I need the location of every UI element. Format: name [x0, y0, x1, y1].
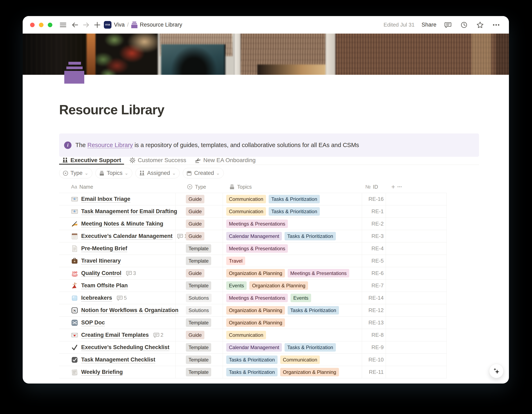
table-row[interactable]: Executive’s Scheduling ChecklistTemplate…	[59, 341, 447, 354]
share-button[interactable]: Share	[422, 22, 437, 28]
id-cell[interactable]: RE-3	[362, 230, 386, 242]
name-cell[interactable]: Meeting Notes & Minute Taking	[59, 218, 176, 230]
topic-tag[interactable]: Communication	[280, 356, 320, 364]
topic-tag[interactable]: Events	[291, 294, 311, 302]
workspace-logo[interactable]: VIVA	[104, 21, 112, 29]
topic-tag[interactable]: Communication	[226, 331, 266, 339]
topic-tag[interactable]: Calendar Management	[226, 232, 282, 240]
topic-tag[interactable]: Organization & Planning	[280, 368, 339, 376]
type-tag[interactable]: Template	[186, 319, 211, 327]
table-row[interactable]: Executive’s Calendar Management1GuideCal…	[59, 230, 447, 242]
topic-tag[interactable]: Meetings & Presentations	[226, 244, 288, 253]
column-header-name[interactable]: AaName	[59, 181, 176, 193]
page-link[interactable]: Quality Control	[81, 270, 121, 276]
type-tag[interactable]: Guide	[186, 220, 204, 228]
table-row[interactable]: Icebreakers5SolutionsMeetings & Presenta…	[59, 292, 447, 304]
id-cell[interactable]: RE-11	[362, 366, 386, 378]
topic-tag[interactable]: Tasks & Prioritization	[226, 368, 277, 376]
ai-sparkles-button[interactable]	[489, 364, 504, 378]
topic-tag[interactable]: Communication	[226, 195, 266, 203]
topics-cell[interactable]: Communication	[223, 329, 362, 341]
topics-cell[interactable]: Organization & Planning	[223, 317, 362, 329]
type-tag[interactable]: Template	[186, 368, 211, 376]
new-tab-plus-icon[interactable]	[93, 20, 102, 29]
back-icon[interactable]	[70, 20, 80, 29]
topic-tag[interactable]: Tasks & Prioritization	[226, 356, 277, 364]
id-cell[interactable]: RE-13	[362, 317, 386, 329]
topics-cell[interactable]: Meetings & Presentations	[223, 218, 362, 230]
name-cell[interactable]: Team Offsite Plan	[59, 280, 176, 292]
page-link[interactable]: Creating Email Templates	[81, 332, 149, 338]
topic-tag[interactable]: Events	[226, 281, 247, 290]
tab-customer-success[interactable]: Customer Success	[126, 157, 189, 165]
table-row[interactable]: NNotion for Workflows & OrganizationSolu…	[59, 304, 447, 317]
type-tag[interactable]: Guide	[186, 195, 204, 203]
id-cell[interactable]: RE-5	[362, 255, 386, 267]
page-link[interactable]: Task Management for Email Drafting	[81, 208, 177, 215]
filter-created[interactable]: Created⌄	[183, 168, 224, 178]
name-cell[interactable]: Weekly Briefing	[59, 366, 176, 378]
comment-count-badge[interactable]: 2	[153, 332, 163, 338]
tab-new-ea-onboarding[interactable]: New EA Onboarding	[192, 157, 259, 165]
topics-cell[interactable]: Tasks & PrioritizationCommunication	[223, 354, 362, 366]
id-cell[interactable]: RE-16	[362, 193, 386, 205]
topic-tag[interactable]: Tasks & Prioritization	[288, 306, 339, 314]
topics-cell[interactable]: Meetings & Presentations	[223, 242, 362, 254]
type-cell[interactable]: Guide	[176, 205, 223, 217]
topics-cell[interactable]: Organization & PlanningTasks & Prioritiz…	[223, 304, 362, 316]
table-row[interactable]: Meeting Notes & Minute TakingGuideMeetin…	[59, 218, 447, 230]
add-column-button[interactable]: +	[391, 183, 395, 191]
name-cell[interactable]: Icebreakers5	[59, 292, 176, 304]
name-cell[interactable]: Creating Email Templates2	[59, 329, 176, 341]
table-row[interactable]: Weekly BriefingTemplateTasks & Prioritiz…	[59, 366, 447, 378]
type-tag[interactable]: Template	[186, 343, 211, 352]
type-tag[interactable]: Template	[186, 244, 211, 253]
page-link[interactable]: Executive’s Scheduling Checklist	[81, 344, 169, 351]
tab-executive-support[interactable]: Executive Support	[59, 157, 124, 165]
id-cell[interactable]: RE-9	[362, 341, 386, 353]
topic-tag[interactable]: Organization & Planning	[226, 306, 285, 314]
topic-tag[interactable]: Meetings & Presentations	[226, 220, 288, 228]
column-header-topics[interactable]: Topics	[223, 181, 362, 193]
history-clock-icon[interactable]	[459, 20, 468, 29]
id-cell[interactable]: RE-12	[362, 304, 386, 316]
type-tag[interactable]: Template	[186, 281, 211, 290]
type-cell[interactable]: Solutions	[176, 304, 223, 316]
name-cell[interactable]: Executive’s Calendar Management1	[59, 230, 176, 242]
topic-tag[interactable]: Calendar Management	[226, 343, 282, 352]
topic-tag[interactable]: Organization & Planning	[249, 281, 308, 290]
table-row[interactable]: SOP DocTemplateOrganization & PlanningRE…	[59, 317, 447, 329]
topics-cell[interactable]: Tasks & PrioritizationOrganization & Pla…	[223, 366, 362, 378]
type-cell[interactable]: Template	[176, 366, 223, 378]
type-cell[interactable]: Template	[176, 341, 223, 353]
table-more-button[interactable]: •••	[398, 185, 402, 189]
forward-icon[interactable]	[82, 20, 91, 29]
comment-count-badge[interactable]: 3	[126, 270, 136, 276]
comment-count-badge[interactable]: 5	[117, 295, 127, 301]
topics-cell[interactable]: CommunicationTasks & Prioritization	[223, 205, 362, 217]
id-cell[interactable]: RE-8	[362, 329, 386, 341]
table-row[interactable]: Creating Email Templates2GuideCommunicat…	[59, 329, 447, 341]
topic-tag[interactable]: Organization & Planning	[226, 319, 285, 327]
page-archive-box-icon[interactable]	[64, 62, 85, 84]
close-traffic-light[interactable]	[30, 23, 35, 27]
page-link[interactable]: Pre-Meeting Brief	[81, 245, 127, 252]
name-cell[interactable]: Travel Itinerary	[59, 255, 176, 267]
table-row[interactable]: Task Management ChecklistTemplateTasks &…	[59, 354, 447, 366]
type-tag[interactable]: Guide	[186, 269, 204, 277]
table-row[interactable]: EEmail Inbox TriageGuideCommunicationTas…	[59, 193, 447, 205]
type-cell[interactable]: Guide	[176, 193, 223, 205]
page-link[interactable]: Travel Itinerary	[81, 258, 121, 264]
cover-image[interactable]	[23, 34, 509, 75]
name-cell[interactable]: Pre-Meeting Brief	[59, 242, 176, 254]
id-cell[interactable]: RE-7	[362, 280, 386, 292]
type-tag[interactable]: Template	[186, 356, 211, 364]
topics-cell[interactable]: Calendar ManagementTasks & Prioritizatio…	[223, 341, 362, 353]
type-cell[interactable]: Template	[176, 317, 223, 329]
page-link[interactable]: Task Management Checklist	[81, 357, 155, 363]
table-row[interactable]: Team Offsite PlanTemplateEventsOrganizat…	[59, 280, 447, 292]
topic-tag[interactable]: Communication	[226, 207, 266, 216]
id-cell[interactable]: RE-6	[362, 267, 386, 279]
topics-cell[interactable]: CommunicationTasks & Prioritization	[223, 193, 362, 205]
topics-cell[interactable]: Organization & PlanningMeetings & Presen…	[223, 267, 362, 279]
